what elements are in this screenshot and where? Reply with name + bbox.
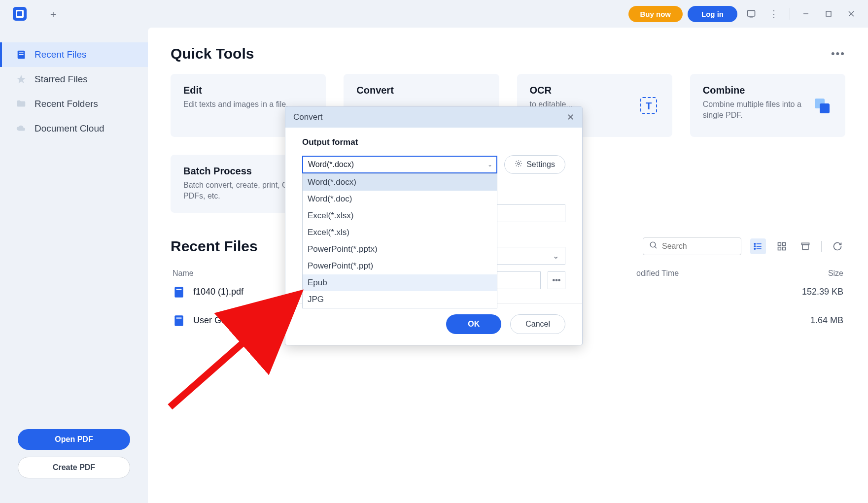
output-format-combo[interactable]: Word(*.docx) ⌄ Word(*.docx) Word(*.doc) … xyxy=(302,156,497,173)
buy-now-button[interactable]: Buy now xyxy=(628,6,683,22)
dropdown-item[interactable]: Excel(*.xls) xyxy=(303,224,497,241)
sidebar-item-recent-files[interactable]: Recent Files xyxy=(0,42,148,67)
tool-card-combine[interactable]: Combine Combine multiple files into a si… xyxy=(690,74,845,137)
maximize-button[interactable] xyxy=(820,5,837,23)
dropdown-item[interactable]: JPG xyxy=(303,291,497,308)
pdf-file-icon xyxy=(173,314,185,327)
tool-title: Combine xyxy=(703,85,802,96)
output-format-dropdown: Word(*.docx) Word(*.doc) Excel(*.xlsx) E… xyxy=(302,173,497,308)
svg-rect-1 xyxy=(17,11,22,16)
search-box[interactable] xyxy=(643,237,741,255)
svg-point-14 xyxy=(650,242,656,247)
chevron-down-icon: ⌄ xyxy=(487,161,492,168)
svg-rect-23 xyxy=(783,242,786,245)
recent-files-icon xyxy=(16,49,27,60)
star-icon xyxy=(16,74,27,85)
dropdown-item[interactable]: PowerPoint(*.ppt) xyxy=(303,258,497,274)
svg-rect-9 xyxy=(19,54,23,55)
svg-rect-27 xyxy=(802,244,808,249)
sidebar-item-label: Recent Files xyxy=(35,49,87,60)
svg-point-21 xyxy=(754,248,756,250)
search-icon xyxy=(649,241,658,252)
convert-dialog: Convert ✕ Output format Word(*.docx) ⌄ W… xyxy=(285,106,583,345)
sidebar-item-starred-files[interactable]: Starred Files xyxy=(0,67,148,92)
close-button[interactable] xyxy=(842,5,860,23)
svg-point-32 xyxy=(518,163,520,165)
svg-rect-28 xyxy=(174,287,183,298)
file-size: 152.39 KB xyxy=(784,287,843,297)
app-logo-icon xyxy=(13,7,27,21)
feedback-icon[interactable] xyxy=(742,5,760,23)
quick-tools-title: Quick Tools xyxy=(171,45,254,62)
svg-rect-13 xyxy=(820,103,830,113)
ok-button[interactable]: OK xyxy=(446,314,501,334)
svg-rect-25 xyxy=(783,247,786,250)
pdf-file-icon xyxy=(173,286,185,299)
tool-title: Convert xyxy=(356,85,486,96)
cloud-icon xyxy=(16,123,27,134)
dropdown-item[interactable]: Epub xyxy=(303,274,497,291)
combo-selected[interactable]: Word(*.docx) xyxy=(302,156,497,173)
separator xyxy=(790,8,790,20)
col-modified: odified Time xyxy=(636,269,784,278)
svg-point-20 xyxy=(754,246,756,247)
refresh-icon[interactable] xyxy=(830,238,845,254)
svg-rect-22 xyxy=(778,242,781,245)
separator xyxy=(821,241,822,252)
sidebar-item-recent-folders[interactable]: Recent Folders xyxy=(0,92,148,116)
search-input[interactable] xyxy=(662,242,761,251)
grid-view-icon[interactable] xyxy=(774,238,790,254)
svg-rect-8 xyxy=(19,52,23,53)
svg-rect-31 xyxy=(176,317,182,318)
svg-rect-30 xyxy=(174,315,183,326)
archive-icon[interactable] xyxy=(798,238,813,254)
settings-label: Settings xyxy=(526,160,555,169)
sidebar-item-label: Starred Files xyxy=(35,74,88,85)
dialog-titlebar: Convert ✕ xyxy=(285,107,582,128)
new-tab-button[interactable]: ＋ xyxy=(46,7,60,21)
cancel-button[interactable]: Cancel xyxy=(510,314,565,334)
browse-button[interactable]: ••• xyxy=(548,271,565,289)
dropdown-item[interactable]: Word(*.doc) xyxy=(303,191,497,207)
svg-text:T: T xyxy=(646,101,652,111)
svg-point-19 xyxy=(754,243,756,245)
svg-line-15 xyxy=(655,246,657,248)
minimize-button[interactable] xyxy=(797,5,815,23)
sidebar-item-label: Document Cloud xyxy=(35,123,104,134)
svg-rect-24 xyxy=(778,247,781,250)
dropdown-item[interactable]: Excel(*.xlsx) xyxy=(303,207,497,224)
output-format-label: Output format xyxy=(302,137,565,147)
create-pdf-button[interactable]: Create PDF xyxy=(18,457,130,478)
combine-icon xyxy=(811,95,833,116)
ocr-icon: T xyxy=(638,95,660,116)
file-size: 1.64 MB xyxy=(784,315,843,326)
open-pdf-button[interactable]: Open PDF xyxy=(18,429,130,450)
svg-rect-29 xyxy=(176,289,182,290)
sidebar: Recent Files Starred Files Recent Folder… xyxy=(0,28,148,503)
col-size: Size xyxy=(784,269,843,278)
menu-dots-icon[interactable]: ⋮ xyxy=(765,5,783,23)
dialog-close-button[interactable]: ✕ xyxy=(567,112,574,123)
folder-icon xyxy=(16,99,27,109)
svg-rect-2 xyxy=(748,10,755,16)
sidebar-item-document-cloud[interactable]: Document Cloud xyxy=(0,116,148,141)
tool-desc: Combine multiple files into a single PDF… xyxy=(703,99,802,121)
tool-title: Edit xyxy=(183,85,313,96)
list-view-icon[interactable] xyxy=(750,238,766,254)
svg-rect-4 xyxy=(826,11,831,16)
tool-title: OCR xyxy=(530,85,629,96)
login-button[interactable]: Log in xyxy=(688,6,737,22)
gear-icon xyxy=(515,160,522,169)
settings-button[interactable]: Settings xyxy=(504,155,565,174)
sidebar-item-label: Recent Folders xyxy=(35,99,98,109)
dropdown-item[interactable]: PowerPoint(*.pptx) xyxy=(303,241,497,258)
dropdown-item[interactable]: Word(*.docx) xyxy=(303,174,497,191)
dialog-title-text: Convert xyxy=(293,112,323,122)
titlebar: ＋ Buy now Log in ⋮ xyxy=(0,0,868,28)
more-quick-tools-icon[interactable]: ••• xyxy=(831,47,845,60)
